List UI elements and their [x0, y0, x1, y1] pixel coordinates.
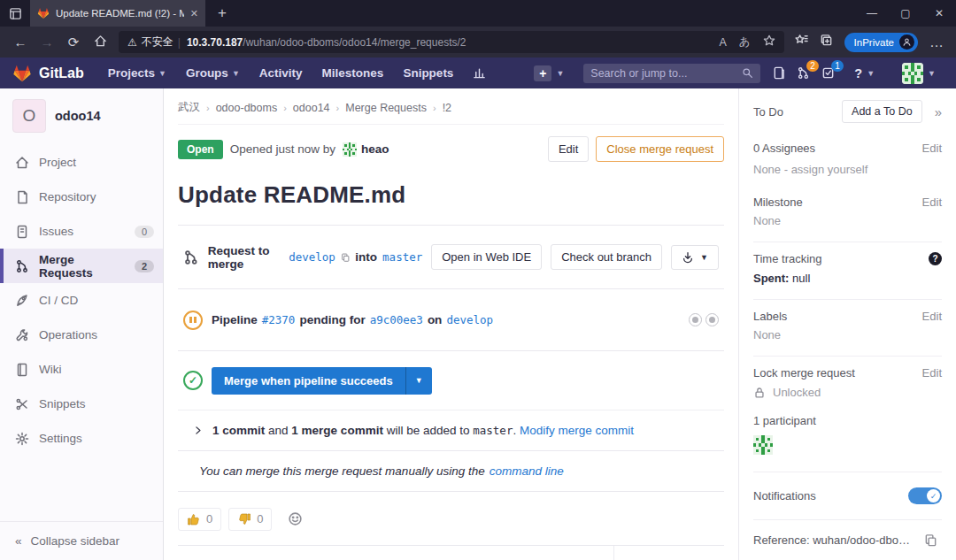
- window-close-button[interactable]: ✕: [922, 7, 956, 19]
- milestone-value: None: [753, 214, 942, 227]
- search-input[interactable]: [590, 67, 736, 80]
- copy-reference-icon[interactable]: [924, 533, 937, 547]
- sidebar-item-project[interactable]: Project: [0, 145, 163, 180]
- pipeline-stage-icon[interactable]: [705, 313, 719, 326]
- mr-tabs: Discussion 0 Commits 1 Pipelines 1 Chang…: [178, 545, 724, 560]
- sidebar-item-cicd[interactable]: CI / CD: [0, 283, 163, 318]
- nav-projects[interactable]: Projects▼: [100, 66, 174, 80]
- author-avatar: [343, 142, 357, 157]
- source-branch[interactable]: develop: [289, 250, 335, 264]
- labels-edit-link[interactable]: Edit: [922, 310, 942, 323]
- time-tracking-help-icon[interactable]: ?: [929, 252, 942, 265]
- participant-avatar[interactable]: [753, 435, 773, 455]
- add-reaction-button[interactable]: [279, 507, 312, 531]
- new-menu-button[interactable]: + ▼: [526, 65, 572, 81]
- command-line-link[interactable]: command line: [490, 464, 564, 478]
- help-menu[interactable]: ? ▼: [846, 66, 883, 81]
- back-button[interactable]: ←: [7, 35, 34, 50]
- author[interactable]: heao: [343, 142, 389, 157]
- issues-count-badge: 0: [135, 226, 154, 238]
- nav-milestones[interactable]: Milestones: [314, 66, 392, 80]
- collapse-right-sidebar-icon[interactable]: »: [935, 104, 942, 119]
- target-branch[interactable]: master: [382, 250, 422, 264]
- time-tracking-title: Time tracking: [753, 252, 822, 265]
- nav-groups[interactable]: Groups▼: [178, 66, 248, 80]
- pipeline-stage-icon[interactable]: [689, 313, 702, 326]
- inprivate-badge[interactable]: InPrivate: [844, 33, 918, 52]
- project-header[interactable]: O odoo14: [0, 88, 163, 145]
- activity-filter-dropdown[interactable]: Show all activity ▼: [613, 546, 724, 560]
- mr-count-badge: 2: [806, 60, 820, 72]
- collections-icon[interactable]: [820, 34, 833, 50]
- security-label[interactable]: 不安全: [142, 35, 173, 50]
- scissors-icon: [15, 397, 29, 411]
- profile-avatar-icon: [899, 35, 914, 50]
- pipeline-branch-link[interactable]: develop: [446, 313, 493, 326]
- sidebar-item-repository[interactable]: Repository: [0, 180, 163, 214]
- sidebar-item-merge-requests[interactable]: Merge Requests 2: [0, 249, 163, 283]
- todos-nav-icon[interactable]: 1: [821, 66, 835, 80]
- open-web-ide-button[interactable]: Open in Web IDE: [431, 244, 542, 270]
- window-minimize-button[interactable]: —: [855, 7, 889, 19]
- merge-when-pipeline-succeeds-button[interactable]: Merge when pipeline succeeds ▼: [212, 367, 432, 395]
- user-menu[interactable]: ▼: [894, 63, 944, 84]
- assignees-edit-link[interactable]: Edit: [922, 142, 942, 155]
- chart-icon[interactable]: [465, 66, 494, 80]
- search-box[interactable]: [583, 64, 760, 83]
- assign-yourself-link[interactable]: assign yourself: [791, 163, 868, 176]
- breadcrumb-section[interactable]: Merge Requests: [345, 102, 427, 114]
- favorites-bar-icon[interactable]: [795, 34, 808, 50]
- translate-icon[interactable]: あ: [739, 35, 751, 50]
- browser-tab[interactable]: Update README.md (!2) - Merg ✕: [30, 0, 205, 27]
- tab-actions-icon[interactable]: [0, 7, 30, 20]
- sidebar-item-settings[interactable]: Settings: [0, 421, 163, 456]
- refresh-button[interactable]: ⟳: [60, 35, 87, 50]
- checkout-branch-button[interactable]: Check out branch: [551, 244, 662, 270]
- lock-edit-link[interactable]: Edit: [922, 366, 942, 380]
- mr-state-badge: Open: [178, 140, 223, 159]
- target-branch-ref: master: [473, 424, 513, 437]
- forward-button[interactable]: →: [34, 35, 60, 50]
- browser-menu-icon[interactable]: …: [929, 35, 944, 50]
- breadcrumb-subgroup[interactable]: odoo-dboms: [216, 102, 278, 114]
- address-divider: |: [178, 36, 181, 49]
- tanuki-icon: [12, 64, 32, 83]
- nav-snippets[interactable]: Snippets: [395, 66, 461, 80]
- merge-requests-nav-icon[interactable]: 2: [797, 66, 810, 80]
- nav-activity[interactable]: Activity: [251, 66, 311, 80]
- chevron-right-icon: ›: [283, 103, 287, 113]
- sidebar-item-snippets[interactable]: Snippets: [0, 387, 163, 421]
- address-bar[interactable]: ⚠ 不安全 | 10.3.70.187/wuhan/odoo-dboms/odo…: [119, 31, 784, 53]
- sidebar-item-operations[interactable]: Operations: [0, 318, 163, 352]
- close-merge-request-button[interactable]: Close merge request: [596, 136, 724, 162]
- milestone-edit-link[interactable]: Edit: [922, 196, 942, 209]
- copy-branch-icon[interactable]: [341, 251, 351, 264]
- breadcrumb-project[interactable]: odoo14: [293, 102, 330, 114]
- todo-label: To Do: [753, 105, 783, 119]
- read-aloud-icon[interactable]: A: [719, 36, 726, 49]
- merge-options-caret[interactable]: ▼: [405, 367, 432, 395]
- collapse-sidebar-button[interactable]: « Collapse sidebar: [0, 521, 163, 560]
- modify-merge-commit-link[interactable]: Modify merge commit: [520, 424, 634, 437]
- issues-nav-icon[interactable]: [772, 66, 785, 80]
- window-maximize-button[interactable]: ▢: [889, 7, 922, 19]
- chevron-right-icon[interactable]: [192, 425, 204, 436]
- add-todo-button[interactable]: Add a To Do: [842, 100, 922, 123]
- gitlab-logo[interactable]: GitLab: [12, 64, 84, 83]
- sidebar-item-issues[interactable]: Issues 0: [0, 214, 163, 249]
- breadcrumb: 武汉› odoo-dboms› odoo14› Merge Requests› …: [178, 88, 724, 125]
- pipeline-id-link[interactable]: #2370: [262, 313, 296, 326]
- breadcrumb-group[interactable]: 武汉: [178, 100, 200, 115]
- thumbsdown-button[interactable]: 0: [228, 508, 272, 531]
- download-dropdown-button[interactable]: ▼: [671, 245, 719, 270]
- tab-close-icon[interactable]: ✕: [190, 8, 198, 19]
- commit-sha-link[interactable]: a9c00ee3: [370, 313, 423, 326]
- notifications-toggle[interactable]: ✓: [908, 487, 942, 504]
- new-tab-button[interactable]: +: [218, 4, 227, 22]
- home-button[interactable]: [87, 35, 113, 50]
- sidebar-item-wiki[interactable]: Wiki: [0, 352, 163, 387]
- thumbsup-button[interactable]: 0: [178, 508, 221, 531]
- download-icon: [682, 251, 694, 264]
- favorite-star-icon[interactable]: [763, 35, 775, 50]
- edit-button[interactable]: Edit: [548, 136, 589, 162]
